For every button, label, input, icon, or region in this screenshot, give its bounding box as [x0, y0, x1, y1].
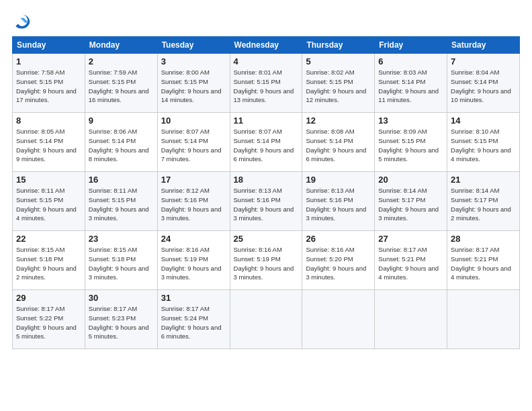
day-number: 31: [161, 293, 226, 303]
calendar-cell: 19 Sunrise: 8:13 AMSunset: 5:16 PMDaylig…: [302, 172, 375, 231]
calendar-week-row: 22 Sunrise: 8:15 AMSunset: 5:18 PMDaylig…: [13, 231, 520, 290]
day-number: 2: [89, 56, 154, 66]
day-number: 5: [306, 56, 371, 66]
day-detail: Sunrise: 8:17 AMSunset: 5:24 PMDaylight:…: [161, 305, 222, 340]
calendar-weekday-header: Friday: [375, 37, 447, 54]
day-number: 16: [89, 175, 154, 185]
calendar-cell: 28 Sunrise: 8:17 AMSunset: 5:21 PMDaylig…: [447, 231, 520, 290]
day-number: 3: [161, 56, 226, 66]
day-detail: Sunrise: 8:14 AMSunset: 5:17 PMDaylight:…: [378, 187, 439, 222]
day-detail: Sunrise: 8:05 AMSunset: 5:14 PMDaylight:…: [16, 128, 77, 163]
header-row: [12, 12, 520, 31]
calendar-cell: [230, 290, 302, 349]
calendar-cell: 31 Sunrise: 8:17 AMSunset: 5:24 PMDaylig…: [157, 290, 230, 349]
calendar-cell: 7 Sunrise: 8:04 AMSunset: 5:14 PMDayligh…: [447, 54, 520, 113]
day-number: 7: [451, 56, 516, 66]
day-detail: Sunrise: 8:11 AMSunset: 5:15 PMDaylight:…: [16, 187, 77, 222]
day-detail: Sunrise: 8:16 AMSunset: 5:19 PMDaylight:…: [161, 246, 222, 281]
day-number: 11: [234, 116, 299, 126]
calendar-cell: 21 Sunrise: 8:14 AMSunset: 5:17 PMDaylig…: [447, 172, 520, 231]
day-detail: Sunrise: 8:17 AMSunset: 5:23 PMDaylight:…: [89, 305, 149, 340]
calendar-cell: 9 Sunrise: 8:06 AMSunset: 5:14 PMDayligh…: [85, 113, 157, 172]
calendar-week-row: 29 Sunrise: 8:17 AMSunset: 5:22 PMDaylig…: [13, 290, 520, 349]
calendar-cell: 11 Sunrise: 8:07 AMSunset: 5:14 PMDaylig…: [230, 113, 302, 172]
calendar-cell: 2 Sunrise: 7:59 AMSunset: 5:15 PMDayligh…: [85, 54, 157, 113]
day-detail: Sunrise: 8:03 AMSunset: 5:14 PMDaylight:…: [378, 68, 439, 103]
logo-icon: [12, 12, 31, 31]
calendar-cell: 12 Sunrise: 8:08 AMSunset: 5:14 PMDaylig…: [302, 113, 375, 172]
calendar-header-row: SundayMondayTuesdayWednesdayThursdayFrid…: [13, 37, 520, 54]
calendar-week-row: 8 Sunrise: 8:05 AMSunset: 5:14 PMDayligh…: [13, 113, 520, 172]
calendar-cell: 20 Sunrise: 8:14 AMSunset: 5:17 PMDaylig…: [375, 172, 447, 231]
calendar-cell: 24 Sunrise: 8:16 AMSunset: 5:19 PMDaylig…: [157, 231, 230, 290]
day-number: 8: [16, 116, 81, 126]
day-number: 9: [89, 116, 154, 126]
day-detail: Sunrise: 8:14 AMSunset: 5:17 PMDaylight:…: [451, 187, 511, 222]
day-detail: Sunrise: 8:16 AMSunset: 5:19 PMDaylight:…: [234, 246, 294, 281]
day-number: 30: [89, 293, 154, 303]
day-detail: Sunrise: 8:07 AMSunset: 5:14 PMDaylight:…: [161, 128, 222, 163]
calendar-cell: 15 Sunrise: 8:11 AMSunset: 5:15 PMDaylig…: [13, 172, 85, 231]
day-detail: Sunrise: 8:15 AMSunset: 5:18 PMDaylight:…: [16, 246, 77, 281]
calendar-cell: 3 Sunrise: 8:00 AMSunset: 5:15 PMDayligh…: [157, 54, 230, 113]
calendar-weekday-header: Monday: [85, 37, 157, 54]
day-detail: Sunrise: 8:17 AMSunset: 5:22 PMDaylight:…: [16, 305, 77, 340]
calendar-cell: 8 Sunrise: 8:05 AMSunset: 5:14 PMDayligh…: [13, 113, 85, 172]
day-detail: Sunrise: 8:17 AMSunset: 5:21 PMDaylight:…: [451, 246, 511, 281]
calendar-weekday-header: Thursday: [302, 37, 375, 54]
day-number: 4: [234, 56, 299, 66]
day-number: 12: [306, 116, 371, 126]
calendar-cell: 26 Sunrise: 8:16 AMSunset: 5:20 PMDaylig…: [302, 231, 375, 290]
day-number: 6: [378, 56, 443, 66]
calendar-cell: 18 Sunrise: 8:13 AMSunset: 5:16 PMDaylig…: [230, 172, 302, 231]
day-number: 14: [451, 116, 516, 126]
calendar-cell: 6 Sunrise: 8:03 AMSunset: 5:14 PMDayligh…: [375, 54, 447, 113]
day-detail: Sunrise: 7:59 AMSunset: 5:15 PMDaylight:…: [89, 68, 149, 103]
calendar-cell: 13 Sunrise: 8:09 AMSunset: 5:15 PMDaylig…: [375, 113, 447, 172]
calendar-weekday-header: Sunday: [13, 37, 85, 54]
day-number: 10: [161, 116, 226, 126]
day-number: 23: [89, 234, 154, 244]
calendar-week-row: 1 Sunrise: 7:58 AMSunset: 5:15 PMDayligh…: [13, 54, 520, 113]
calendar-cell: 4 Sunrise: 8:01 AMSunset: 5:15 PMDayligh…: [230, 54, 302, 113]
day-detail: Sunrise: 8:13 AMSunset: 5:16 PMDaylight:…: [306, 187, 366, 222]
page-container: SundayMondayTuesdayWednesdayThursdayFrid…: [0, 0, 532, 356]
logo: [12, 12, 34, 31]
calendar-cell: 23 Sunrise: 8:15 AMSunset: 5:18 PMDaylig…: [85, 231, 157, 290]
day-number: 13: [378, 116, 443, 126]
day-detail: Sunrise: 7:58 AMSunset: 5:15 PMDaylight:…: [16, 68, 77, 103]
day-number: 19: [306, 175, 371, 185]
calendar-cell: 25 Sunrise: 8:16 AMSunset: 5:19 PMDaylig…: [230, 231, 302, 290]
day-detail: Sunrise: 8:07 AMSunset: 5:14 PMDaylight:…: [234, 128, 294, 163]
day-number: 1: [16, 56, 81, 66]
calendar-cell: 29 Sunrise: 8:17 AMSunset: 5:22 PMDaylig…: [13, 290, 85, 349]
day-detail: Sunrise: 8:10 AMSunset: 5:15 PMDaylight:…: [451, 128, 511, 163]
calendar-cell: 30 Sunrise: 8:17 AMSunset: 5:23 PMDaylig…: [85, 290, 157, 349]
day-detail: Sunrise: 8:11 AMSunset: 5:15 PMDaylight:…: [89, 187, 149, 222]
calendar-cell: 17 Sunrise: 8:12 AMSunset: 5:16 PMDaylig…: [157, 172, 230, 231]
calendar-cell: 1 Sunrise: 7:58 AMSunset: 5:15 PMDayligh…: [13, 54, 85, 113]
day-number: 27: [378, 234, 443, 244]
day-detail: Sunrise: 8:13 AMSunset: 5:16 PMDaylight:…: [234, 187, 294, 222]
calendar-weekday-header: Saturday: [447, 37, 520, 54]
calendar-cell: [375, 290, 447, 349]
day-detail: Sunrise: 8:16 AMSunset: 5:20 PMDaylight:…: [306, 246, 366, 281]
day-detail: Sunrise: 8:01 AMSunset: 5:15 PMDaylight:…: [234, 68, 294, 103]
calendar-week-row: 15 Sunrise: 8:11 AMSunset: 5:15 PMDaylig…: [13, 172, 520, 231]
day-number: 18: [234, 175, 299, 185]
day-number: 25: [234, 234, 299, 244]
calendar-cell: 14 Sunrise: 8:10 AMSunset: 5:15 PMDaylig…: [447, 113, 520, 172]
calendar-cell: 5 Sunrise: 8:02 AMSunset: 5:15 PMDayligh…: [302, 54, 375, 113]
day-detail: Sunrise: 8:06 AMSunset: 5:14 PMDaylight:…: [89, 128, 149, 163]
day-number: 20: [378, 175, 443, 185]
day-detail: Sunrise: 8:02 AMSunset: 5:15 PMDaylight:…: [306, 68, 366, 103]
calendar-weekday-header: Wednesday: [230, 37, 302, 54]
day-detail: Sunrise: 8:12 AMSunset: 5:16 PMDaylight:…: [161, 187, 222, 222]
calendar-weekday-header: Tuesday: [157, 37, 230, 54]
calendar-cell: 10 Sunrise: 8:07 AMSunset: 5:14 PMDaylig…: [157, 113, 230, 172]
calendar-cell: [302, 290, 375, 349]
day-detail: Sunrise: 8:00 AMSunset: 5:15 PMDaylight:…: [161, 68, 222, 103]
calendar-table: SundayMondayTuesdayWednesdayThursdayFrid…: [12, 36, 520, 349]
day-detail: Sunrise: 8:17 AMSunset: 5:21 PMDaylight:…: [378, 246, 439, 281]
day-number: 17: [161, 175, 226, 185]
